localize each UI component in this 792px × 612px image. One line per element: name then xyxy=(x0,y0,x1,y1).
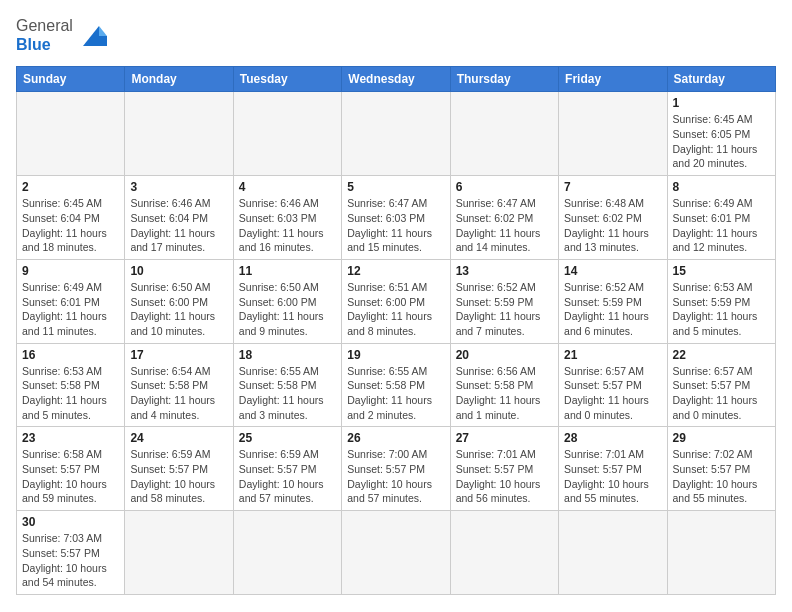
calendar-cell: 19Sunrise: 6:55 AM Sunset: 5:58 PM Dayli… xyxy=(342,343,450,427)
page-header: General Blue xyxy=(16,16,776,54)
day-info: Sunrise: 7:02 AM Sunset: 5:57 PM Dayligh… xyxy=(673,447,770,506)
calendar-cell xyxy=(233,92,341,176)
day-number: 16 xyxy=(22,348,119,362)
day-info: Sunrise: 6:46 AM Sunset: 6:04 PM Dayligh… xyxy=(130,196,227,255)
svg-marker-2 xyxy=(99,36,107,46)
calendar-cell xyxy=(559,511,667,595)
weekday-header-friday: Friday xyxy=(559,67,667,92)
day-number: 23 xyxy=(22,431,119,445)
calendar-cell xyxy=(233,511,341,595)
day-info: Sunrise: 6:49 AM Sunset: 6:01 PM Dayligh… xyxy=(22,280,119,339)
weekday-header-sunday: Sunday xyxy=(17,67,125,92)
day-info: Sunrise: 6:59 AM Sunset: 5:57 PM Dayligh… xyxy=(239,447,336,506)
day-info: Sunrise: 6:45 AM Sunset: 6:04 PM Dayligh… xyxy=(22,196,119,255)
calendar-cell: 29Sunrise: 7:02 AM Sunset: 5:57 PM Dayli… xyxy=(667,427,775,511)
day-info: Sunrise: 7:00 AM Sunset: 5:57 PM Dayligh… xyxy=(347,447,444,506)
day-number: 7 xyxy=(564,180,661,194)
weekday-header-thursday: Thursday xyxy=(450,67,558,92)
day-number: 24 xyxy=(130,431,227,445)
day-info: Sunrise: 6:55 AM Sunset: 5:58 PM Dayligh… xyxy=(239,364,336,423)
day-number: 15 xyxy=(673,264,770,278)
svg-marker-1 xyxy=(99,26,107,36)
calendar-cell: 6Sunrise: 6:47 AM Sunset: 6:02 PM Daylig… xyxy=(450,176,558,260)
day-number: 22 xyxy=(673,348,770,362)
calendar-cell: 14Sunrise: 6:52 AM Sunset: 5:59 PM Dayli… xyxy=(559,259,667,343)
calendar-cell xyxy=(17,92,125,176)
calendar-cell: 20Sunrise: 6:56 AM Sunset: 5:58 PM Dayli… xyxy=(450,343,558,427)
calendar-cell: 5Sunrise: 6:47 AM Sunset: 6:03 PM Daylig… xyxy=(342,176,450,260)
day-number: 12 xyxy=(347,264,444,278)
day-number: 4 xyxy=(239,180,336,194)
calendar-cell: 21Sunrise: 6:57 AM Sunset: 5:57 PM Dayli… xyxy=(559,343,667,427)
day-number: 13 xyxy=(456,264,553,278)
svg-marker-0 xyxy=(83,26,99,46)
calendar-cell: 11Sunrise: 6:50 AM Sunset: 6:00 PM Dayli… xyxy=(233,259,341,343)
day-number: 29 xyxy=(673,431,770,445)
day-info: Sunrise: 6:55 AM Sunset: 5:58 PM Dayligh… xyxy=(347,364,444,423)
calendar-cell: 1Sunrise: 6:45 AM Sunset: 6:05 PM Daylig… xyxy=(667,92,775,176)
day-info: Sunrise: 6:51 AM Sunset: 6:00 PM Dayligh… xyxy=(347,280,444,339)
day-number: 5 xyxy=(347,180,444,194)
calendar-cell: 3Sunrise: 6:46 AM Sunset: 6:04 PM Daylig… xyxy=(125,176,233,260)
day-info: Sunrise: 6:52 AM Sunset: 5:59 PM Dayligh… xyxy=(456,280,553,339)
day-number: 26 xyxy=(347,431,444,445)
calendar-cell: 9Sunrise: 6:49 AM Sunset: 6:01 PM Daylig… xyxy=(17,259,125,343)
day-info: Sunrise: 6:47 AM Sunset: 6:03 PM Dayligh… xyxy=(347,196,444,255)
day-number: 30 xyxy=(22,515,119,529)
day-info: Sunrise: 6:57 AM Sunset: 5:57 PM Dayligh… xyxy=(564,364,661,423)
calendar-cell: 12Sunrise: 6:51 AM Sunset: 6:00 PM Dayli… xyxy=(342,259,450,343)
day-info: Sunrise: 7:03 AM Sunset: 5:57 PM Dayligh… xyxy=(22,531,119,590)
calendar-cell: 25Sunrise: 6:59 AM Sunset: 5:57 PM Dayli… xyxy=(233,427,341,511)
weekday-header-monday: Monday xyxy=(125,67,233,92)
calendar-cell: 4Sunrise: 6:46 AM Sunset: 6:03 PM Daylig… xyxy=(233,176,341,260)
day-number: 8 xyxy=(673,180,770,194)
day-info: Sunrise: 6:50 AM Sunset: 6:00 PM Dayligh… xyxy=(130,280,227,339)
calendar-cell: 24Sunrise: 6:59 AM Sunset: 5:57 PM Dayli… xyxy=(125,427,233,511)
day-info: Sunrise: 6:58 AM Sunset: 5:57 PM Dayligh… xyxy=(22,447,119,506)
day-number: 11 xyxy=(239,264,336,278)
calendar-cell xyxy=(667,511,775,595)
day-number: 25 xyxy=(239,431,336,445)
day-number: 3 xyxy=(130,180,227,194)
calendar-cell: 30Sunrise: 7:03 AM Sunset: 5:57 PM Dayli… xyxy=(17,511,125,595)
day-info: Sunrise: 6:57 AM Sunset: 5:57 PM Dayligh… xyxy=(673,364,770,423)
day-number: 6 xyxy=(456,180,553,194)
calendar-cell xyxy=(450,92,558,176)
day-info: Sunrise: 7:01 AM Sunset: 5:57 PM Dayligh… xyxy=(456,447,553,506)
calendar-cell: 26Sunrise: 7:00 AM Sunset: 5:57 PM Dayli… xyxy=(342,427,450,511)
day-number: 19 xyxy=(347,348,444,362)
day-info: Sunrise: 6:49 AM Sunset: 6:01 PM Dayligh… xyxy=(673,196,770,255)
calendar-cell: 28Sunrise: 7:01 AM Sunset: 5:57 PM Dayli… xyxy=(559,427,667,511)
day-number: 10 xyxy=(130,264,227,278)
day-number: 2 xyxy=(22,180,119,194)
day-number: 17 xyxy=(130,348,227,362)
day-info: Sunrise: 6:47 AM Sunset: 6:02 PM Dayligh… xyxy=(456,196,553,255)
day-info: Sunrise: 6:45 AM Sunset: 6:05 PM Dayligh… xyxy=(673,112,770,171)
calendar-cell: 23Sunrise: 6:58 AM Sunset: 5:57 PM Dayli… xyxy=(17,427,125,511)
calendar-cell: 13Sunrise: 6:52 AM Sunset: 5:59 PM Dayli… xyxy=(450,259,558,343)
calendar-cell: 27Sunrise: 7:01 AM Sunset: 5:57 PM Dayli… xyxy=(450,427,558,511)
calendar-cell xyxy=(125,92,233,176)
day-info: Sunrise: 6:53 AM Sunset: 5:58 PM Dayligh… xyxy=(22,364,119,423)
day-info: Sunrise: 6:48 AM Sunset: 6:02 PM Dayligh… xyxy=(564,196,661,255)
calendar-cell: 10Sunrise: 6:50 AM Sunset: 6:00 PM Dayli… xyxy=(125,259,233,343)
calendar-cell xyxy=(342,92,450,176)
day-info: Sunrise: 6:59 AM Sunset: 5:57 PM Dayligh… xyxy=(130,447,227,506)
day-info: Sunrise: 6:52 AM Sunset: 5:59 PM Dayligh… xyxy=(564,280,661,339)
weekday-header-wednesday: Wednesday xyxy=(342,67,450,92)
calendar-cell: 15Sunrise: 6:53 AM Sunset: 5:59 PM Dayli… xyxy=(667,259,775,343)
day-number: 18 xyxy=(239,348,336,362)
calendar-cell xyxy=(450,511,558,595)
weekday-header-saturday: Saturday xyxy=(667,67,775,92)
day-info: Sunrise: 6:53 AM Sunset: 5:59 PM Dayligh… xyxy=(673,280,770,339)
day-number: 27 xyxy=(456,431,553,445)
day-info: Sunrise: 6:50 AM Sunset: 6:00 PM Dayligh… xyxy=(239,280,336,339)
day-number: 20 xyxy=(456,348,553,362)
day-number: 28 xyxy=(564,431,661,445)
day-info: Sunrise: 6:46 AM Sunset: 6:03 PM Dayligh… xyxy=(239,196,336,255)
logo-blue: Blue xyxy=(16,36,51,53)
calendar-table: SundayMondayTuesdayWednesdayThursdayFrid… xyxy=(16,66,776,595)
day-info: Sunrise: 6:54 AM Sunset: 5:58 PM Dayligh… xyxy=(130,364,227,423)
calendar-cell: 18Sunrise: 6:55 AM Sunset: 5:58 PM Dayli… xyxy=(233,343,341,427)
calendar-cell xyxy=(125,511,233,595)
